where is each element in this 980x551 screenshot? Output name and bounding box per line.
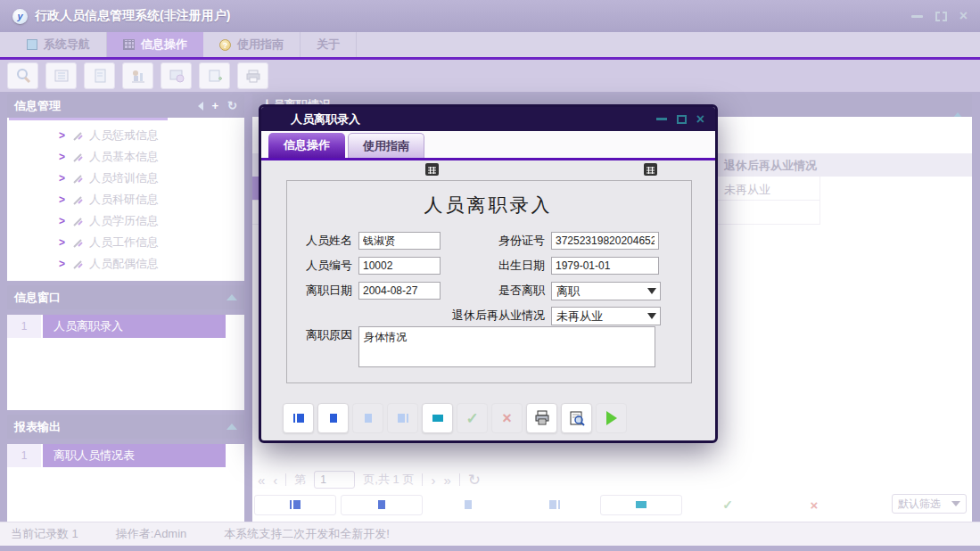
chevron-right-icon: > (59, 215, 65, 227)
collapse-up-icon[interactable] (226, 294, 237, 300)
post-retire-select[interactable]: 未再从业 (551, 307, 661, 325)
last-page-icon[interactable]: » (443, 473, 450, 488)
dialog-titlebar[interactable]: 人员离职录入 × (261, 107, 715, 131)
last-record-icon (398, 414, 405, 423)
edit-record-button[interactable] (422, 403, 453, 433)
panel-header-report[interactable]: 报表输出 (7, 415, 244, 439)
cancel-button[interactable]: × (491, 403, 523, 433)
info-window-list: 1 人员离职录入 (7, 315, 244, 410)
tree-item-research[interactable]: > 人员科研信息 (7, 189, 244, 210)
minimize-icon[interactable] (911, 15, 923, 18)
tab-user-guide[interactable]: ? 使用指南 (203, 32, 301, 57)
calendar-icon[interactable] (424, 161, 440, 177)
column-header: 退休后再从业情况 (724, 158, 817, 174)
reason-label: 离职原因 (286, 326, 352, 344)
refresh-icon[interactable]: ↻ (227, 99, 237, 112)
close-icon[interactable]: × (959, 10, 968, 22)
cancel-button[interactable]: × (773, 495, 855, 515)
tab-system-nav[interactable]: 系统导航 (11, 32, 107, 57)
birth-date-input[interactable] (551, 257, 659, 275)
execute-button[interactable] (596, 403, 627, 433)
form-view-button[interactable] (45, 62, 77, 89)
next-record-button[interactable] (352, 403, 383, 433)
refresh-icon[interactable]: ↻ (468, 471, 481, 489)
add-icon[interactable]: + (212, 99, 219, 112)
tree-item-label: 人员学历信息 (89, 213, 159, 229)
item-label[interactable]: 离职人员情况表 (43, 444, 226, 467)
prev-record-button[interactable] (341, 495, 423, 515)
person-report-button[interactable] (122, 62, 153, 89)
calendar-icon[interactable] (642, 161, 658, 177)
tree-item-training[interactable]: > 人员培训信息 (7, 168, 244, 189)
edit-record-button[interactable] (600, 495, 682, 515)
collapse-left-icon[interactable] (198, 102, 203, 111)
monitor-view-button[interactable] (161, 62, 192, 89)
tree-item-discipline[interactable]: > 人员惩戒信息 (7, 125, 244, 146)
page-number-input[interactable] (314, 471, 355, 489)
record-add-button[interactable] (199, 62, 230, 89)
check-icon: ✓ (722, 498, 733, 512)
printer-tool-button[interactable] (237, 62, 268, 89)
dialog-body: 人员离职录入 人员姓名 身份证号 人员编号 出生日期 离职日期 是否离职 离职 … (261, 160, 715, 440)
collapse-up-icon[interactable] (226, 424, 237, 430)
panel-header-info-window[interactable]: 信息窗口 (7, 285, 244, 309)
print-preview-icon (569, 410, 585, 426)
post-retire-label: 退休后再从业情况 (449, 307, 545, 325)
dialog-tab-info-operation[interactable]: 信息操作 (268, 133, 345, 158)
confirm-button[interactable]: ✓ (687, 495, 769, 515)
first-record-button[interactable] (283, 403, 314, 433)
tab-info-operation[interactable]: 信息操作 (107, 32, 203, 57)
person-chart-icon (130, 68, 146, 84)
last-record-button[interactable] (514, 495, 596, 515)
prev-record-button[interactable] (317, 403, 349, 433)
last-record-button[interactable] (387, 403, 418, 433)
form-icon (54, 68, 70, 84)
print-button[interactable] (526, 403, 557, 433)
tree-item-education[interactable]: > 人员学历信息 (7, 210, 244, 232)
first-page-icon[interactable]: « (258, 473, 265, 488)
panel-header-info-manage[interactable]: 信息管理 + ↻ (7, 94, 244, 118)
dialog-tab-user-guide[interactable]: 使用指南 (348, 133, 424, 158)
tree-item-spouse[interactable]: > 人员配偶信息 (7, 253, 244, 275)
list-item[interactable]: 1 人员离职录入 (7, 315, 244, 338)
dialog-button-row: ✓ × (283, 403, 627, 433)
tree-item-label: 人员惩戒信息 (89, 127, 159, 144)
is-resigned-select[interactable]: 离职 (551, 282, 661, 300)
list-item[interactable]: 1 离职人员情况表 (7, 444, 244, 467)
dialog-resignation-entry: 人员离职录入 × 信息操作 使用指南 人员离职录入 人员姓名 身份证号 人员编号… (259, 104, 718, 443)
collapse-up-icon[interactable] (952, 99, 963, 119)
tab-about[interactable]: 关于 (301, 32, 357, 57)
confirm-button[interactable]: ✓ (457, 403, 488, 433)
dialog-minimize-icon[interactable] (656, 118, 667, 120)
item-label[interactable]: 人员离职录入 (43, 315, 226, 338)
dialog-close-icon[interactable]: × (696, 113, 704, 126)
next-record-button[interactable] (427, 495, 509, 515)
print-preview-button[interactable] (561, 403, 592, 433)
name-input[interactable] (358, 232, 441, 250)
tree-item-basic[interactable]: > 人员基本信息 (7, 146, 244, 168)
id-number-input[interactable] (551, 232, 659, 250)
printer-icon (245, 68, 261, 84)
employee-no-input[interactable] (358, 257, 441, 275)
next-page-icon[interactable]: › (431, 473, 435, 488)
status-message: 本系统支持二次开发和全新开发! (224, 526, 390, 542)
search-icon (15, 68, 31, 84)
help-icon: ? (219, 39, 231, 51)
tool-icon (72, 152, 84, 163)
reason-textarea[interactable]: 身体情况 (358, 326, 655, 367)
panel-title: 报表输出 (14, 419, 61, 435)
search-tool-button[interactable] (7, 62, 38, 89)
page-suffix-label: 页,共 1 页 (363, 472, 414, 488)
filter-dropdown[interactable]: 默认筛选 (892, 494, 967, 514)
document-button[interactable] (84, 62, 115, 89)
first-record-button[interactable] (254, 495, 336, 515)
restore-icon[interactable] (935, 12, 947, 21)
prev-record-icon (330, 414, 337, 423)
leave-date-input[interactable] (358, 282, 441, 300)
chevron-down-icon (647, 313, 656, 319)
divider (285, 473, 286, 486)
prev-page-icon[interactable]: ‹ (273, 473, 277, 488)
record-add-icon (207, 68, 223, 84)
tree-item-work[interactable]: > 人员工作信息 (7, 232, 244, 253)
dialog-maximize-icon[interactable] (677, 115, 687, 124)
